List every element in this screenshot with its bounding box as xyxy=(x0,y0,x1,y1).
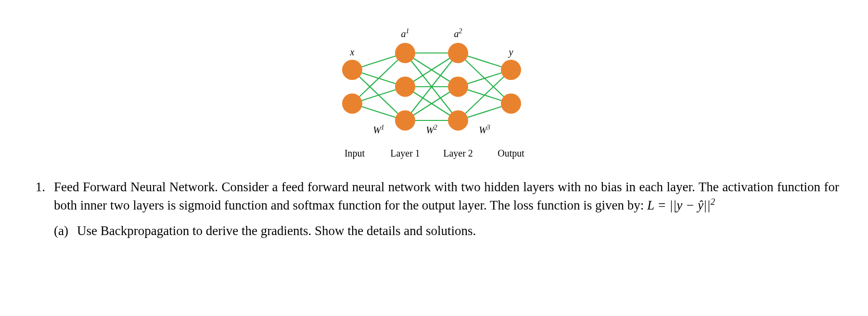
subitem-a-label: (a) xyxy=(54,222,70,239)
node-layer1-2 xyxy=(395,77,415,97)
loss-suffix: || xyxy=(703,198,711,212)
problem-title: Feed Forward Neural Network. xyxy=(54,180,218,194)
label-y: y xyxy=(509,46,513,59)
node-input-1 xyxy=(342,60,362,80)
caption-input: Input xyxy=(345,147,365,160)
label-a2-base: a xyxy=(454,28,459,39)
label-w1-sup: 1 xyxy=(381,124,384,131)
svg-line-19 xyxy=(458,70,511,120)
label-w3-sup: 3 xyxy=(487,124,490,131)
caption-output: Output xyxy=(498,147,524,160)
label-a1-base: a xyxy=(401,28,406,39)
label-w2-base: W xyxy=(426,125,434,135)
label-w1: W1 xyxy=(373,123,384,137)
node-output-2 xyxy=(501,93,521,114)
node-output-1 xyxy=(501,60,521,80)
label-w2-sup: 2 xyxy=(434,124,437,131)
caption-layer2: Layer 2 xyxy=(443,147,473,160)
node-layer2-1 xyxy=(448,43,468,63)
node-layer2-2 xyxy=(448,77,468,97)
label-w3-base: W xyxy=(479,125,487,135)
node-layer2-3 xyxy=(448,110,468,131)
node-input-2 xyxy=(342,93,362,114)
page: x a1 a2 y W1 W2 W3 Input Layer 1 xyxy=(0,0,868,316)
label-w3: W3 xyxy=(479,123,490,137)
label-x-text: x xyxy=(350,47,355,57)
problem-body: Feed Forward Neural Network. Consider a … xyxy=(54,178,839,214)
problem-number: 1. xyxy=(29,178,45,214)
node-layer1-3 xyxy=(395,110,415,131)
label-w2: W2 xyxy=(426,123,437,137)
node-layer1-1 xyxy=(395,43,415,63)
label-a2-sup: 2 xyxy=(459,27,462,35)
label-a1-sup: 1 xyxy=(406,27,409,35)
loss-exp: 2 xyxy=(711,197,715,207)
label-x: x xyxy=(350,46,355,59)
loss-prefix: L = || xyxy=(647,198,677,212)
problem-item: 1. Feed Forward Neural Network. Consider… xyxy=(29,178,839,214)
label-a1: a1 xyxy=(401,27,409,40)
loss-yhat: ŷ xyxy=(698,198,703,212)
loss-equation: L = ||y − ŷ||2 xyxy=(647,198,715,212)
caption-layer1: Layer 1 xyxy=(390,147,420,160)
nn-diagram: x a1 a2 y W1 W2 W3 Input Layer 1 xyxy=(333,10,535,164)
label-a2: a2 xyxy=(454,27,462,40)
diagram-edges xyxy=(333,10,535,164)
loss-minus: − xyxy=(682,198,698,212)
label-y-text: y xyxy=(509,47,513,57)
label-w1-base: W xyxy=(373,125,381,135)
svg-line-3 xyxy=(352,53,405,104)
svg-line-16 xyxy=(458,53,511,104)
svg-line-2 xyxy=(352,70,405,120)
diagram-container: x a1 a2 y W1 W2 W3 Input Layer 1 xyxy=(29,10,839,164)
loss-y: y xyxy=(677,198,682,212)
subitem-a-text: Use Backpropagation to derive the gradie… xyxy=(77,222,476,239)
subitem-a: (a) Use Backpropagation to derive the gr… xyxy=(54,222,839,239)
